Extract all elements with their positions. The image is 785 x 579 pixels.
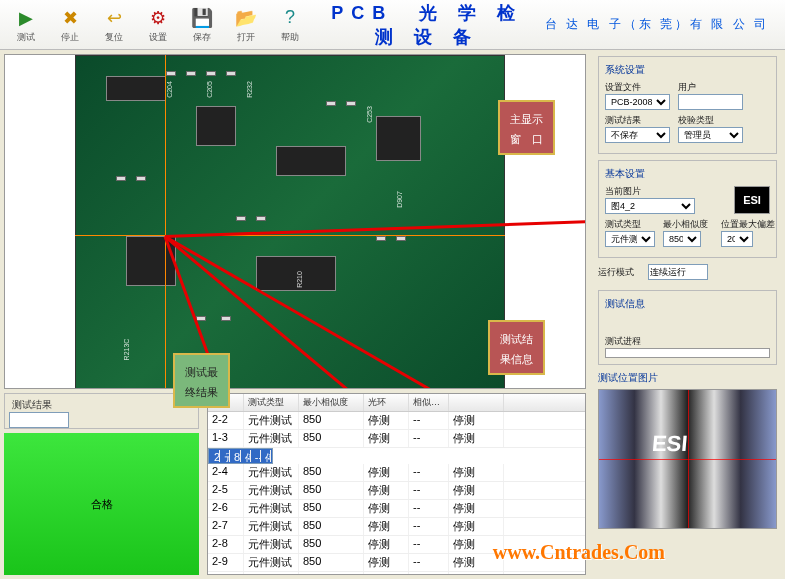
detail-image[interactable]: ESI	[598, 389, 777, 529]
result-input[interactable]	[9, 412, 69, 428]
toolbar-button-停止[interactable]: ✖停止	[50, 4, 90, 46]
toolbar-buttons: ▶测试✖停止↩复位⚙设置💾保存📂打开?帮助	[6, 4, 310, 46]
table-row[interactable]: 2-6元件测试850停测--停测	[208, 500, 585, 518]
保存-icon: 💾	[190, 6, 214, 30]
detail-image-group: 测试位置图片 ESI	[598, 371, 777, 529]
toolbar: ▶测试✖停止↩复位⚙设置💾保存📂打开?帮助 PCB 光 学 检 测 设 备 台 …	[0, 0, 785, 50]
设置-icon: ⚙	[146, 6, 170, 30]
复位-icon: ↩	[102, 6, 126, 30]
callout-main-display: 主显示 窗 口	[498, 100, 555, 155]
company-label: 台 达 电 子（东 莞）有 限 公 司	[545, 16, 769, 33]
basic-settings-group: 基本设置 当前图片 图4_2 ESI 测试类型 元件测试 最小相似度 850 位…	[598, 160, 777, 258]
test-result-select[interactable]: 不保存	[605, 127, 670, 143]
test-type-select[interactable]: 元件测试	[605, 231, 655, 247]
停止-icon: ✖	[58, 6, 82, 30]
toolbar-button-测试[interactable]: ▶测试	[6, 4, 46, 46]
table-row[interactable]: 2-5元件测试850停测--停测	[208, 482, 585, 500]
callout-final-result: 测试最 终结果	[173, 353, 230, 408]
config-file-select[interactable]: PCB-20080-2-	[605, 94, 670, 110]
run-mode-row: 运行模式	[598, 264, 777, 280]
table-header: 序号测试类型最小相似度光环相似…	[208, 394, 585, 412]
pos-max-select[interactable]: 20	[721, 231, 753, 247]
progress-bar	[605, 348, 770, 358]
current-image-select[interactable]: 图4_2	[605, 198, 695, 214]
result-panel: 测试结果 合格	[4, 393, 199, 575]
user-input[interactable]	[678, 94, 743, 110]
min-sim-select[interactable]: 850	[663, 231, 701, 247]
打开-icon: 📂	[234, 6, 258, 30]
check-type-select[interactable]: 管理员	[678, 127, 743, 143]
callout-result-info: 测试结 果信息	[488, 320, 545, 375]
system-settings-group: 系统设置 设置文件 PCB-20080-2- 用户 测试结果 不保存 校验类型 …	[598, 56, 777, 154]
thumbnail-image: ESI	[734, 186, 770, 214]
table-row[interactable]: 1-3元件测试850停测--停测	[208, 430, 585, 448]
toolbar-button-设置[interactable]: ⚙设置	[138, 4, 178, 46]
table-row[interactable]: 2-10元件测试850停测--停测	[208, 572, 585, 574]
column-header[interactable]: 测试类型	[244, 394, 299, 411]
main-display-window[interactable]: C204 C205 R232 C253 R210 R213C D907 主显示 …	[4, 54, 586, 389]
toolbar-button-保存[interactable]: 💾保存	[182, 4, 222, 46]
table-row[interactable]: 2-2元件测试850停测--停测	[208, 412, 585, 430]
watermark: www.Cntrades.Com	[493, 541, 665, 564]
table-row[interactable]: 2-3元件测试850停测--停测	[208, 448, 273, 464]
toolbar-button-打开[interactable]: 📂打开	[226, 4, 266, 46]
column-header[interactable]: 最小相似度	[299, 394, 364, 411]
column-header[interactable]: 光环	[364, 394, 409, 411]
table-row[interactable]: 2-4元件测试850停测--停测	[208, 464, 585, 482]
result-field: 测试结果	[4, 393, 199, 429]
测试-icon: ▶	[14, 6, 38, 30]
column-header[interactable]: 相似…	[409, 394, 449, 411]
main-layout: C204 C205 R232 C253 R210 R213C D907 主显示 …	[0, 50, 785, 579]
left-column: C204 C205 R232 C253 R210 R213C D907 主显示 …	[0, 50, 590, 579]
toolbar-button-复位[interactable]: ↩复位	[94, 4, 134, 46]
app-title: PCB 光 学 检 测 设 备	[316, 1, 539, 49]
right-column: 系统设置 设置文件 PCB-20080-2- 用户 测试结果 不保存 校验类型 …	[590, 50, 785, 579]
table-row[interactable]: 2-7元件测试850停测--停测	[208, 518, 585, 536]
test-info-group: 测试信息 测试进程	[598, 290, 777, 365]
column-header[interactable]	[449, 394, 504, 411]
crosshair-h	[75, 235, 505, 236]
toolbar-button-帮助[interactable]: ?帮助	[270, 4, 310, 46]
crosshair-v	[165, 55, 166, 389]
final-result-box: 合格	[4, 433, 199, 575]
帮助-icon: ?	[278, 6, 302, 30]
run-mode-input[interactable]	[648, 264, 708, 280]
